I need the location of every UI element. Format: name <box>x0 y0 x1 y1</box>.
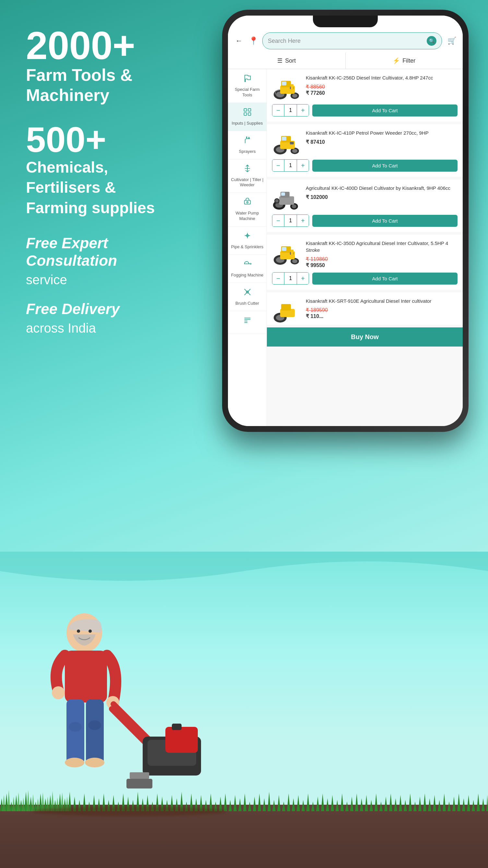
product-card-3: Agricultural KK-IC-400D Diesel Cultivato… <box>267 180 463 232</box>
feature1-text: Free Expert Consultation <box>26 234 207 269</box>
sidebar-label-pipe-sprinklers: Pipe & Sprinklers <box>231 244 264 250</box>
sidebar-item-pipe-sprinklers[interactable]: Pipe & Sprinklers <box>228 226 266 255</box>
product-info-1: Kisankraft KK-IC-256D Diesel Inter Culti… <box>306 74 457 100</box>
qty-value-3: 1 <box>284 215 297 226</box>
product-info-2: Kisankraft KK-IC-410P Petrol Power Weede… <box>306 129 457 155</box>
product-image-2 <box>272 129 301 155</box>
extra-icon <box>243 316 252 327</box>
svg-rect-43 <box>282 247 286 251</box>
qty-minus-2[interactable]: − <box>272 160 284 171</box>
cart-button[interactable]: 🛒 <box>446 35 457 47</box>
sidebar-item-sprayers[interactable]: Sprayers <box>228 131 266 159</box>
qty-minus-3[interactable]: − <box>272 215 284 226</box>
sort-button[interactable]: ☰ Sort <box>228 53 346 69</box>
product-card-1: Kisankraft KK-IC-256D Diesel Inter Culti… <box>267 69 463 122</box>
hero-section: 2000+ Farm Tools & Machinery 500+ Chemic… <box>0 0 488 552</box>
sidebar-item-water-pump[interactable]: Water Pump Machine <box>228 193 266 226</box>
product-price-old-1: ₹ 88560 <box>306 84 457 90</box>
sidebar-label-sprayers: Sprayers <box>239 149 256 154</box>
sidebar-label-brush-cutter: Brush Cutter <box>235 301 259 306</box>
svg-rect-1 <box>248 108 251 111</box>
qty-minus-1[interactable]: − <box>272 104 284 116</box>
add-to-cart-4[interactable]: Add To Cart <box>312 273 457 285</box>
stat2-number: 500+ <box>26 122 207 157</box>
hero-text: 2000+ Farm Tools & Machinery 500+ Chemic… <box>26 26 207 348</box>
buy-now-bar[interactable]: Buy Now <box>267 328 463 346</box>
product-price-new-2: ₹ 87410 <box>306 139 457 145</box>
dirt-shadow <box>32 806 227 816</box>
search-icon[interactable]: 🔍 <box>427 36 436 46</box>
svg-point-23 <box>292 149 297 153</box>
product-price-new-1: ₹ 77260 <box>306 90 457 96</box>
svg-point-60 <box>65 758 84 767</box>
sidebar-item-cultivator[interactable]: Cultivator | Tiller | Weeder <box>228 159 266 193</box>
qty-plus-3[interactable]: + <box>297 215 309 226</box>
add-to-cart-2[interactable]: Add To Cart <box>312 160 457 172</box>
svg-point-31 <box>292 205 296 208</box>
filter-icon: ⚡ <box>393 57 400 64</box>
phone-outer: ← 📍 Search Here 🔍 🛒 ☰ Sort ⚡ <box>222 10 468 432</box>
svg-rect-15 <box>282 82 286 85</box>
qty-minus-4[interactable]: − <box>272 273 284 284</box>
product-image-5 <box>272 298 301 323</box>
qty-value-1: 1 <box>284 104 297 116</box>
search-placeholder: Search Here <box>268 38 423 44</box>
svg-rect-49 <box>281 304 291 311</box>
qty-control-4: − 1 + <box>272 272 309 285</box>
add-to-cart-1[interactable]: Add To Cart <box>312 104 457 117</box>
qty-plus-2[interactable]: + <box>297 160 309 171</box>
product-price-old-5: ₹ 189590 <box>306 307 457 313</box>
sidebar-item-special-farm-tools[interactable]: Special Farm Tools <box>228 69 266 103</box>
svg-rect-0 <box>244 108 247 111</box>
product-info-5: Kisankraft KK-SRT-910E Agricultural Dies… <box>306 298 457 323</box>
sidebar-item-fogging-machine[interactable]: Fogging Machine <box>228 255 266 283</box>
back-button[interactable]: ← <box>233 35 245 47</box>
svg-rect-26 <box>282 136 286 141</box>
svg-point-12 <box>292 94 297 98</box>
product-list: Kisankraft KK-IC-256D Diesel Inter Culti… <box>267 69 463 426</box>
fogging-machine-icon <box>243 259 252 271</box>
sidebar-item-extra[interactable] <box>228 311 266 334</box>
qty-control-2: − 1 + <box>272 159 309 172</box>
product-image-3 <box>272 185 301 211</box>
product-name-3: Agricultural KK-IC-400D Diesel Cultivato… <box>306 185 457 191</box>
stat1-label: Farm Tools & Machinery <box>26 65 207 105</box>
svg-rect-3 <box>248 113 251 115</box>
product-name-5: Kisankraft KK-SRT-910E Agricultural Dies… <box>306 298 457 304</box>
svg-rect-56 <box>66 699 84 764</box>
svg-rect-19 <box>291 84 293 94</box>
sidebar-item-brush-cutter[interactable]: Brush Cutter <box>228 283 266 311</box>
product-image-4 <box>272 240 301 266</box>
pipe-sprinklers-icon <box>243 231 252 242</box>
add-to-cart-3[interactable]: Add To Cart <box>312 215 457 227</box>
location-icon: 📍 <box>249 36 258 45</box>
app-content: Special Farm Tools I <box>228 69 463 426</box>
phone-mockup: ← 📍 Search Here 🔍 🛒 ☰ Sort ⚡ <box>222 10 468 432</box>
bottom-section: // We'll render this in the outer script <box>0 552 488 868</box>
filter-button[interactable]: ⚡ Filter <box>346 53 463 69</box>
search-bar[interactable]: Search Here 🔍 <box>262 32 442 49</box>
stat2-label: Chemicals, Fertilisers & Farming supplie… <box>26 157 207 218</box>
feature2-sub: across India <box>26 321 207 336</box>
sort-filter-bar: ☰ Sort ⚡ Filter <box>228 53 463 69</box>
svg-rect-34 <box>281 192 285 196</box>
svg-rect-2 <box>244 113 247 115</box>
qty-plus-1[interactable]: + <box>297 104 309 116</box>
sidebar-item-inputs-supplies[interactable]: Inputs | Supplies <box>228 103 266 131</box>
product-bottom-4: − 1 + Add To Cart <box>272 272 457 285</box>
product-price-old-4: ₹ 119860 <box>306 256 457 262</box>
product-price-new-5: ₹ 110... <box>306 313 457 319</box>
svg-point-58 <box>69 722 82 732</box>
svg-point-50 <box>66 613 102 652</box>
stat1-number: 2000+ <box>26 26 207 65</box>
special-farm-tools-icon <box>243 74 252 85</box>
sidebar-label-special-farm-tools: Special Farm Tools <box>231 87 264 98</box>
qty-plus-4[interactable]: + <box>297 273 309 284</box>
filter-label: Filter <box>402 57 415 64</box>
sidebar-label-inputs-supplies: Inputs | Supplies <box>232 121 263 126</box>
qty-control-3: − 1 + <box>272 215 309 227</box>
product-top-3: Agricultural KK-IC-400D Diesel Cultivato… <box>272 185 457 211</box>
qty-control-1: − 1 + <box>272 104 309 117</box>
svg-point-40 <box>292 259 297 263</box>
feature2-text: Free Delivery <box>26 300 207 318</box>
